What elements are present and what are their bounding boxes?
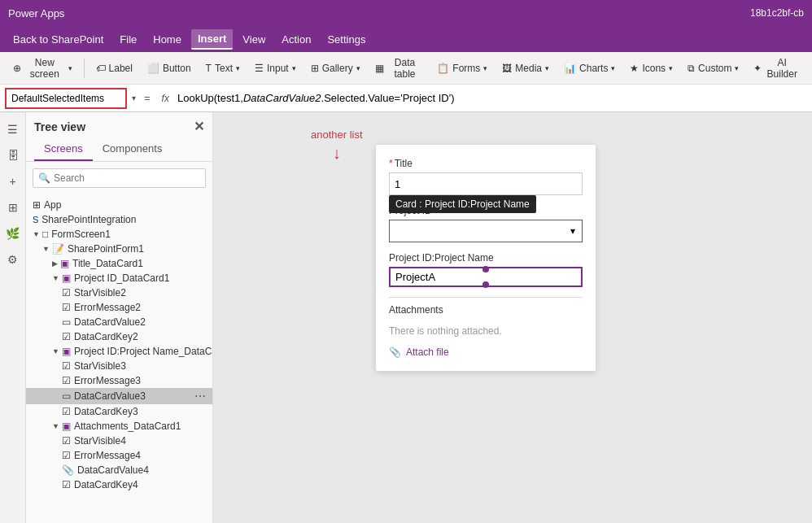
formula-dropdown-arrow[interactable]: ▾ [132,94,136,102]
menu-back[interactable]: Back to SharePoint [7,30,110,49]
button-icon: ⬜ [147,63,159,74]
search-input[interactable] [54,172,200,184]
checkbox-icon: ☑ [62,435,71,447]
tree-item-title-datacard1[interactable]: ▶ ▣ Title_DataCard1 [26,256,212,271]
menu-view[interactable]: View [236,30,272,49]
new-screen-button[interactable]: ⊕ New screen ▾ [7,54,79,83]
side-icon-data[interactable]: 🗄 [2,145,24,166]
project-id-field: Project ID Card : Project ID:Project Nam… [389,205,583,242]
tree-item-label: DataCardKey2 [74,331,138,342]
app-icon: ⊞ [33,199,41,211]
tree-item-label: ErrorMessage2 [74,302,141,313]
screen-icon: □ [42,229,48,240]
title-bar: Power Apps 18b1c2bf-cb [0,0,812,26]
app-name: Power Apps [8,7,64,20]
tree-item-datacardkey2[interactable]: ☑ DataCardKey2 [26,329,212,344]
tree-item-projectname-datacard1[interactable]: ▼ ▣ Project ID:Project Name_DataCard1 [26,344,212,359]
formula-fx-button[interactable]: fx [159,91,172,106]
custom-icon: ⧉ [688,63,695,74]
title-input[interactable] [389,172,583,195]
side-icon-tree[interactable]: 🌿 [2,223,24,244]
side-icon-controls[interactable]: ⊞ [2,197,24,218]
gallery-button[interactable]: ⊞ Gallery ▾ [304,59,367,77]
side-icons-panel: ☰ 🗄 + ⊞ 🌿 ⚙ [0,112,26,523]
tree-search-box[interactable]: 🔍 [33,168,206,188]
resize-handle-top[interactable] [482,266,489,272]
tree-item-starvisible3[interactable]: ☑ StarVisible3 [26,359,212,373]
menu-action[interactable]: Action [275,30,317,49]
tree-item-starvisible2[interactable]: ☑ StarVisible2 [26,285,212,300]
custom-button[interactable]: ⧉ Custom ▾ [681,59,745,77]
tree-item-errormessage3[interactable]: ☑ ErrorMessage3 [26,373,212,388]
formula-text-prefix: LookUp(test1, [177,92,243,104]
formula-bar: DefaultSelectedItems ▾ = fx LookUp(test1… [0,85,812,112]
formula-name-box[interactable]: DefaultSelectedItems [5,88,127,109]
chevron-down-icon: ▼ [52,347,59,355]
combo-input-area [391,268,581,285]
forms-icon: 📋 [437,63,449,74]
menu-settings[interactable]: Settings [321,30,372,49]
card-icon: ▣ [62,272,71,284]
tree-item-datacardvalue4[interactable]: 📎 DataCardValue4 [26,463,212,477]
side-icon-menu[interactable]: ☰ [2,119,24,140]
tree-item-label: DataCardValue4 [77,464,149,476]
tree-item-errormessage4[interactable]: ☑ ErrorMessage4 [26,448,212,463]
project-name-field: Project ID:Project Name [389,252,583,287]
side-icon-settings[interactable]: ⚙ [2,249,24,270]
icons-button[interactable]: ★ Icons ▾ [623,59,679,77]
tree-item-attachments-datacard1[interactable]: ▼ ▣ Attachments_DataCard1 [26,419,212,434]
tree-item-label: DataCardValue2 [74,316,146,328]
input-button[interactable]: ☰ Input ▾ [248,59,303,77]
tree-item-datacardkey3[interactable]: ☑ DataCardKey3 [26,404,212,419]
sharepoint-icon: S [33,215,38,224]
checkbox-icon: ☑ [62,302,71,313]
attachments-section: Attachments There is nothing attached. 📎… [389,297,583,358]
tree-item-projectid-datacard1[interactable]: ▼ ▣ Project ID_DataCard1 [26,271,212,285]
title-required-star: * [389,158,393,169]
tree-item-label: ErrorMessage4 [74,450,141,461]
attach-file-link[interactable]: 📎 Attach file [389,346,583,358]
tab-screens[interactable]: Screens [34,137,93,161]
formula-equals: = [144,92,151,104]
attachments-label: Attachments [389,304,583,316]
chevron-down-icon: ▾ [570,225,575,237]
tree-close-button[interactable]: ✕ [194,119,204,134]
menu-insert[interactable]: Insert [191,29,233,50]
resize-handle-bottom[interactable] [482,281,489,288]
tree-item-label: StarVisible3 [74,360,126,372]
tree-item-label: SharePointForm1 [68,243,144,255]
media-button[interactable]: 🖼 Media ▾ [495,59,556,77]
forms-button[interactable]: 📋 Forms ▾ [430,59,494,77]
tree-item-datacardkey4[interactable]: ☑ DataCardKey4 [26,477,212,492]
menu-home[interactable]: Home [146,30,188,49]
tree-item-sharepointform1[interactable]: ▼ 📝 SharePointForm1 [26,242,212,256]
button-button[interactable]: ⬜ Button [141,59,198,77]
menu-file[interactable]: File [113,30,143,49]
ai-builder-icon: ✦ [753,63,762,74]
card-icon: ▣ [60,258,69,269]
tree-item-errormessage2[interactable]: ☑ ErrorMessage2 [26,300,212,315]
tree-item-label: Attachments_DataCard1 [74,421,181,432]
tree-item-app[interactable]: ⊞ App [26,198,212,212]
side-icon-add[interactable]: + [2,171,24,192]
tab-components[interactable]: Components [93,137,172,161]
menu-bar: Back to SharePoint File Home Insert View… [0,26,812,52]
tree-item-starvisible4[interactable]: ☑ StarVisible4 [26,434,212,448]
formula-text-italic: DataCardValue2 [243,92,321,104]
formula-text-suffix: .Selected.Value='Project ID') [321,92,455,104]
card-icon: ▣ [62,421,71,432]
data-table-button[interactable]: ▦ Data table [369,54,430,83]
project-id-dropdown[interactable]: ▾ [389,220,583,242]
text-icon: T [206,63,212,74]
checkbox-icon: ☑ [62,406,71,417]
chevron-down-icon: ▾ [611,64,615,72]
text-button[interactable]: T Text ▾ [199,59,247,77]
ai-builder-button[interactable]: ✦ AI Builder [747,54,805,83]
label-button[interactable]: 🏷 Label [89,59,139,77]
tree-item-datacardvalue2[interactable]: ▭ DataCardValue2 [26,315,212,329]
more-options-icon[interactable]: ⋯ [194,390,206,403]
tree-item-datacardvalue3[interactable]: ▭ DataCardValue3 ⋯ [26,388,212,404]
tree-item-formscreen1[interactable]: ▼ □ FormScreen1 [26,227,212,242]
charts-button[interactable]: 📊 Charts ▾ [557,59,622,77]
tree-item-sharepoint-integration[interactable]: S SharePointIntegration [26,212,212,227]
